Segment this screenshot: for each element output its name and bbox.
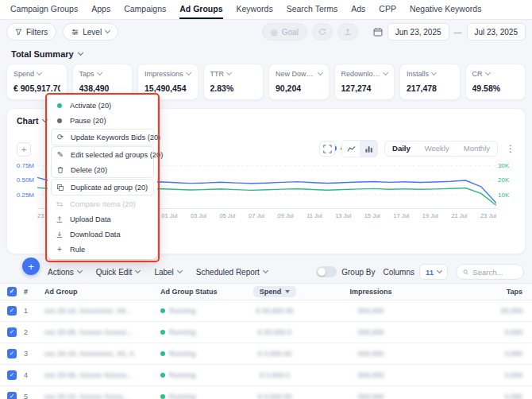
ad-group-status: Running — [160, 307, 238, 315]
nav-item-negative-keywords[interactable]: Negative Keywords — [410, 0, 481, 19]
date-separator: — — [454, 28, 462, 37]
table-row[interactable]: ✓ 1 xxx 29-18, Xxxxxxxxx, X8... Running … — [0, 300, 532, 322]
duplicate-icon — [56, 184, 65, 192]
app-root: Campaign Groups Apps Campaigns Ad Groups… — [0, 0, 532, 399]
date-end-field[interactable]: Jul 23, 2025 — [467, 23, 526, 41]
row-checkbox[interactable]: ✓ — [7, 327, 17, 337]
row-checkbox[interactable]: ✓ — [7, 306, 17, 316]
edit-icon: ✎ — [56, 150, 65, 159]
actions-label: Actions — [48, 268, 74, 277]
nav-item-campaign-groups[interactable]: Campaign Groups — [10, 0, 78, 19]
range-daily-button[interactable]: Daily — [385, 141, 418, 156]
date-range-picker[interactable]: Jun 23, 2025 — Jul 23, 2025 — [373, 22, 526, 41]
nav-item-ads[interactable]: Ads — [351, 0, 365, 19]
level-button[interactable]: Level — [63, 23, 118, 41]
chevron-down-icon — [263, 268, 268, 273]
card-label: TTR — [210, 70, 225, 78]
metric-selector[interactable]: CR — [472, 70, 519, 78]
column-header-impressions[interactable]: Impressions — [311, 288, 430, 296]
metric-selector[interactable]: Impressions — [145, 70, 191, 78]
nav-item-apps[interactable]: Apps — [91, 0, 110, 19]
nav-item-ad-groups[interactable]: Ad Groups — [179, 0, 222, 19]
filters-button[interactable]: Filters — [6, 23, 56, 41]
activate-status-dot-icon — [55, 103, 64, 108]
metric-selector[interactable]: TTR — [210, 70, 257, 78]
row-checkbox[interactable]: ✓ — [7, 370, 17, 380]
column-header-taps[interactable]: Taps — [430, 288, 532, 296]
fullscreen-button[interactable] — [319, 141, 335, 157]
metric-selector[interactable]: Redownloads — [341, 70, 388, 78]
chart-more-menu-button[interactable]: ⋮ — [504, 143, 517, 154]
column-header-spend[interactable]: Spend — [253, 286, 297, 297]
summary-card-ttr: TTR 2.83% — [203, 64, 264, 100]
menu-item-rule[interactable]: + Rule — [48, 242, 157, 257]
row-checkbox[interactable]: ✓ — [7, 392, 17, 399]
x-axis-tick: 01 Jul — [161, 212, 177, 219]
toolbar: Filters Level ◎ Goal Jun 23, 2025 — — [6, 22, 526, 41]
menu-item-label: Compare Items (20) — [70, 200, 136, 208]
date-start-field[interactable]: Jun 23, 2025 — [387, 23, 449, 41]
menu-item-pause[interactable]: Pause (20) — [48, 113, 157, 128]
nav-item-keywords[interactable]: Keywords — [237, 0, 273, 19]
select-all-checkbox[interactable]: ✓ — [7, 287, 17, 296]
nav-item-search-terms[interactable]: Search Terms — [287, 0, 338, 19]
nav-item-cpp[interactable]: CPP — [379, 0, 396, 19]
nav-item-campaigns[interactable]: Campaigns — [124, 0, 166, 19]
group-by-label: Group By — [341, 268, 375, 277]
export-icon — [344, 28, 352, 36]
column-header-ad-group[interactable]: Ad Group — [44, 288, 160, 296]
plus-icon: + — [28, 261, 34, 273]
table-row[interactable]: ✓ 3 xxx 29-18, Xxxxxxxxx, X0, X Running … — [0, 343, 532, 365]
actions-dropdown[interactable]: Actions — [48, 268, 82, 277]
line-chart-type-button[interactable] — [342, 141, 360, 157]
chevron-down-icon — [226, 70, 232, 76]
row-checkbox[interactable]: ✓ — [7, 349, 17, 358]
goal-label: Goal — [282, 28, 299, 37]
status-text: Running — [169, 328, 196, 336]
column-header-num[interactable]: # — [24, 288, 44, 296]
menu-item-edit-selected[interactable]: ✎ Edit selected ad groups (20) — [52, 147, 153, 162]
summary-card-redownloads: Redownloads 127,274 — [334, 64, 395, 100]
menu-item-activate[interactable]: Activate (20) — [48, 98, 157, 113]
compare-icon: ⇆ — [55, 200, 64, 208]
table-toolbar-right: Group By Columns 11 — [316, 262, 524, 281]
column-header-status[interactable]: Ad Group Status — [160, 288, 238, 296]
total-summary-toggle[interactable]: Total Summary — [11, 49, 83, 59]
kebab-icon: ⋮ — [506, 143, 515, 154]
menu-item-download-data[interactable]: Download Data — [48, 227, 157, 242]
quick-edit-dropdown[interactable]: Quick Edit — [96, 268, 141, 277]
x-axis-tick: 23 Jul — [480, 212, 496, 219]
table-row[interactable]: ✓ 4 xxx 20-08, Xxxxxx Xxxxxx... Running … — [0, 365, 532, 386]
card-value: 2.83% — [210, 83, 257, 93]
metric-selector[interactable]: New Downloads — [276, 70, 322, 78]
ad-group-status: Running — [160, 393, 238, 399]
menu-item-duplicate[interactable]: Duplicate ad group (20) — [52, 180, 153, 195]
metric-selector[interactable]: Installs — [407, 70, 453, 78]
table-row[interactable]: ✓ 5 xxx 20-18, Xxxxxx Xxxxx... Running €… — [0, 386, 532, 399]
plus-icon: + — [55, 245, 64, 254]
menu-item-upload-data[interactable]: Upload Data — [48, 211, 157, 227]
taps-value: 0,000 — [504, 393, 522, 399]
spend-header-label: Spend — [260, 288, 282, 296]
metric-selector[interactable]: Spend — [13, 70, 60, 78]
menu-item-update-keyword-bids[interactable]: ⟳ Update Keywords Bids (20) — [52, 130, 153, 145]
chart-section-toggle[interactable]: Chart — [17, 116, 47, 126]
left-axis-tick: 0.25M — [12, 192, 34, 199]
columns-selector[interactable]: 11 — [419, 264, 448, 280]
scheduled-report-dropdown[interactable]: Scheduled Report — [196, 268, 268, 277]
range-weekly-button[interactable]: Weekly — [418, 141, 457, 156]
search-input[interactable] — [472, 268, 517, 277]
label-dropdown[interactable]: Label — [154, 268, 181, 277]
summary-card-cr: CR 49.58% — [465, 64, 526, 100]
impressions-value: 000,000 — [358, 328, 384, 336]
range-monthly-button[interactable]: Monthly — [457, 141, 497, 156]
card-value: 49.58% — [472, 83, 519, 93]
bar-chart-type-button[interactable] — [360, 141, 377, 157]
menu-item-delete[interactable]: Delete (20) — [52, 162, 153, 177]
add-chart-metric-button[interactable]: + — [17, 142, 31, 157]
metric-selector[interactable]: Taps — [79, 70, 126, 78]
table-row[interactable]: ✓ 2 xxx 20-08, Xxxxxx Xxxxxx... Running … — [0, 322, 532, 343]
ad-group-name: xxx 29-18, Xxxxxxxxx, X0, X — [44, 350, 160, 358]
add-button[interactable]: + — [22, 258, 40, 275]
group-by-toggle[interactable] — [316, 266, 337, 277]
